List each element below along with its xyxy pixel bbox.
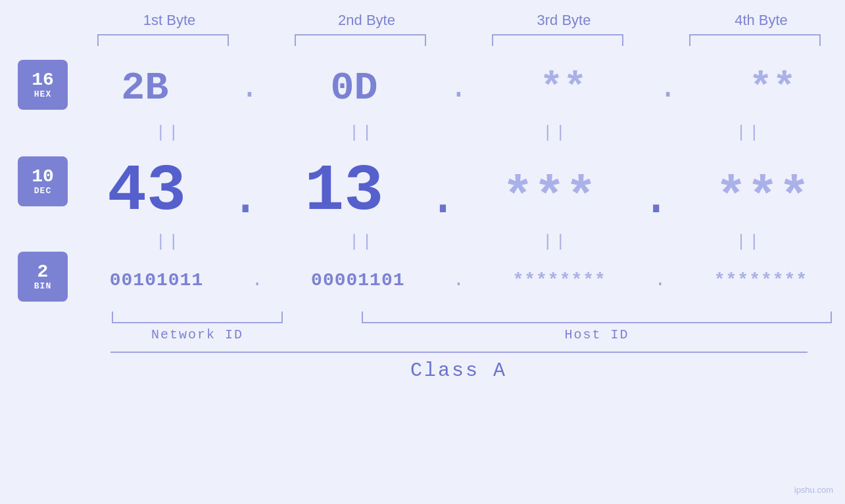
hex-val-4: ** xyxy=(749,68,796,108)
class-label: Class A xyxy=(110,359,808,382)
host-id-label: Host ID xyxy=(362,327,832,342)
hex-val-3: ** xyxy=(540,68,587,108)
main-container: 1st Byte 2nd Byte 3rd Byte 4th Byte 16 H… xyxy=(0,0,845,504)
dec-row: 10 DEC 43 . 13 . *** . *** xyxy=(0,145,845,230)
byte-label-3: 3rd Byte xyxy=(485,12,643,29)
bin-val-1: 00101011 xyxy=(110,270,203,290)
bracket-top-4 xyxy=(689,34,821,46)
network-id-label: Network ID xyxy=(112,327,283,342)
hex-row: 16 HEX 2B . 0D . ** . ** xyxy=(0,55,845,121)
hex-val-1: 2B xyxy=(121,68,168,108)
header-row: 1st Byte 2nd Byte 3rd Byte 4th Byte xyxy=(71,12,846,29)
eq1-2: || xyxy=(283,123,441,143)
hex-dot-2: . xyxy=(449,70,468,106)
dec-badge-number: 10 xyxy=(32,168,54,186)
bracket-top-3 xyxy=(492,34,623,46)
watermark: ipshu.com xyxy=(794,485,833,495)
eq2-2: || xyxy=(283,232,441,252)
dec-dot-1: . xyxy=(229,172,261,225)
equals-vals-2: || || || || xyxy=(85,232,845,252)
bracket-top-1 xyxy=(97,34,229,46)
id-labels: Network ID Host ID xyxy=(85,327,832,342)
bin-badge-area: 2 BIN xyxy=(0,252,85,308)
dec-badge: 10 DEC xyxy=(18,156,68,206)
bin-row: 2 BIN 00101011 . 00001101 . ******** . *… xyxy=(0,254,845,306)
dec-dot-2: . xyxy=(427,172,458,225)
bin-val-2: 00001101 xyxy=(311,270,404,290)
hex-badge-label: HEX xyxy=(34,89,51,99)
byte-label-4: 4th Byte xyxy=(683,12,840,29)
eq1-3: || xyxy=(477,123,635,143)
eq2-1: || xyxy=(89,232,247,252)
bin-dot-1: . xyxy=(252,270,263,290)
hex-dot-3: . xyxy=(658,70,677,106)
bottom-brackets xyxy=(85,311,832,323)
dec-val-2: 13 xyxy=(304,159,383,225)
dec-val-4: *** xyxy=(715,172,810,225)
equals-row-2: || || || || xyxy=(0,230,845,254)
bin-dot-3: . xyxy=(654,270,665,290)
hex-badge-number: 16 xyxy=(32,71,54,89)
equals-row-1: || || || || xyxy=(0,121,845,145)
dec-val-3: *** xyxy=(502,172,597,225)
hex-values: 2B . 0D . ** . ** xyxy=(85,68,845,108)
hex-val-2: 0D xyxy=(330,68,377,108)
eq1-4: || xyxy=(670,123,828,143)
bin-values: 00101011 . 00001101 . ******** . *******… xyxy=(85,270,845,290)
dec-values: 43 . 13 . *** . *** xyxy=(85,159,845,225)
equals-vals-1: || || || || xyxy=(85,123,845,143)
class-line xyxy=(110,352,808,353)
byte-label-1: 1st Byte xyxy=(91,12,249,29)
hex-dot-1: . xyxy=(240,70,259,106)
bracket-top-2 xyxy=(295,34,426,46)
bin-val-3: ******** xyxy=(512,270,606,290)
bin-dot-2: . xyxy=(453,270,464,290)
byte-label-2: 2nd Byte xyxy=(288,12,446,29)
eq2-4: || xyxy=(670,232,828,252)
class-area: Class A xyxy=(110,352,808,382)
dec-badge-label: DEC xyxy=(34,186,51,196)
top-brackets xyxy=(64,34,846,46)
eq2-3: || xyxy=(477,232,635,252)
bin-val-4: ******** xyxy=(714,270,808,290)
bottom-area: Network ID Host ID xyxy=(0,311,845,342)
bin-badge: 2 BIN xyxy=(18,252,68,302)
bin-badge-label: BIN xyxy=(34,281,51,291)
host-bracket xyxy=(362,311,832,323)
bin-badge-number: 2 xyxy=(37,263,49,281)
dec-badge-area: 10 DEC xyxy=(0,156,85,213)
dec-val-1: 43 xyxy=(107,159,186,225)
hex-badge-area: 16 HEX xyxy=(0,60,85,116)
dec-dot-3: . xyxy=(640,172,672,225)
eq1-1: || xyxy=(89,123,247,143)
hex-badge: 16 HEX xyxy=(18,60,68,110)
network-bracket xyxy=(112,311,283,323)
